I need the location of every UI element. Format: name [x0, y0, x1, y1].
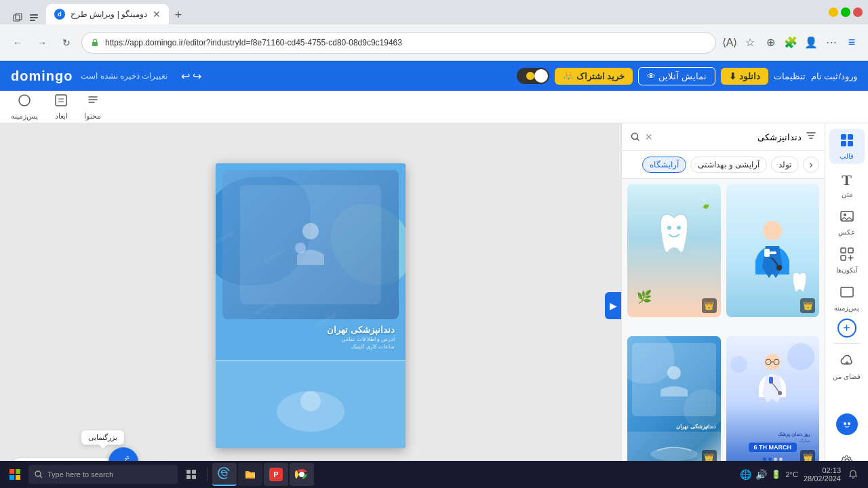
- sidebar-item-icons[interactable]: آیکون‌ها: [829, 243, 865, 278]
- svg-rect-47: [16, 475, 20, 480]
- tab-close-button[interactable]: ✕: [153, 9, 161, 20]
- new-window-icon[interactable]: [11, 11, 24, 24]
- add-element-button[interactable]: +: [837, 319, 856, 338]
- undo-button[interactable]: ↩: [181, 70, 190, 83]
- toolbar-background[interactable]: پس‌زمینه: [11, 94, 38, 121]
- subscribe-button[interactable]: خرید اشتراک 👑: [555, 68, 633, 85]
- sidebar-divider: [833, 343, 861, 344]
- taskbar-edge-icon[interactable]: [212, 463, 237, 486]
- taskbar-datetime: 02:13 28/02/2024: [804, 466, 841, 483]
- svg-rect-2: [30, 14, 38, 16]
- template-card-4[interactable]: روز دندان پزشک مبارک 6 TH MARCH: [726, 336, 820, 469]
- svg-rect-0: [14, 15, 20, 21]
- search-clear-button[interactable]: ✕: [645, 131, 653, 142]
- minimize-tabs-icon[interactable]: [27, 11, 41, 24]
- svg-rect-1: [16, 14, 22, 20]
- svg-rect-38: [848, 248, 853, 253]
- category-tab-salon[interactable]: آرایشگاه: [642, 157, 686, 173]
- category-tab-beauty[interactable]: آرایشی و بهداشتی: [690, 157, 767, 173]
- svg-rect-34: [848, 141, 853, 146]
- template-icon: [840, 133, 854, 151]
- ai-icon: [836, 413, 858, 435]
- browser-extension-icon[interactable]: 🧩: [783, 35, 799, 51]
- toggle-knob: [534, 69, 548, 83]
- preview-button[interactable]: نمایش آنلاین 👁: [638, 67, 715, 85]
- download-button[interactable]: دانلود ⬇: [721, 68, 768, 85]
- content-icon: [86, 94, 100, 110]
- network-icon[interactable]: 🌐: [740, 469, 751, 480]
- forward-button[interactable]: →: [33, 33, 52, 52]
- taskbar-app-3[interactable]: P: [264, 463, 288, 486]
- poster-photo-top: [222, 170, 399, 319]
- taskbar-search[interactable]: Type here to search: [28, 465, 178, 484]
- download-label: دانلود: [739, 71, 760, 81]
- svg-point-11: [300, 391, 321, 411]
- subscribe-label: خرید اشتراک: [576, 71, 625, 81]
- sidebar-item-ai[interactable]: [829, 407, 865, 442]
- edge-sidebar-icon[interactable]: ≡: [844, 35, 860, 51]
- filter-icon[interactable]: [806, 130, 816, 144]
- speaker-icon[interactable]: 🔊: [755, 469, 767, 480]
- taskbar-app-chrome[interactable]: [290, 463, 314, 486]
- window-minimize-button[interactable]: [829, 7, 838, 17]
- panel-toggle-arrow[interactable]: ▶: [605, 292, 621, 319]
- tab-favicon: d: [54, 9, 65, 20]
- address-bar[interactable]: https://app.domingo.ir/editor?industryId…: [81, 32, 716, 54]
- back-button[interactable]: ←: [8, 33, 27, 52]
- svg-point-23: [776, 265, 782, 270]
- star-icon[interactable]: ☆: [742, 35, 758, 51]
- svg-rect-3: [30, 17, 38, 18]
- svg-rect-51: [186, 475, 191, 479]
- window-close-button[interactable]: [853, 7, 863, 17]
- battery-icon[interactable]: 🔋: [771, 470, 781, 479]
- svg-rect-49: [186, 470, 191, 474]
- taskbar-search-icon: [34, 470, 43, 479]
- category-tab-birth[interactable]: تولد: [771, 157, 799, 173]
- template-card-1[interactable]: 🌿 🍃 👑: [627, 184, 721, 317]
- dark-mode-toggle[interactable]: [517, 68, 549, 84]
- settings-button[interactable]: تنظیمات: [774, 71, 806, 81]
- start-button[interactable]: [3, 462, 27, 487]
- taskbar-file-explorer[interactable]: [238, 463, 262, 486]
- profile-icon[interactable]: 👤: [803, 35, 819, 51]
- template-card-2[interactable]: 👑: [726, 184, 820, 317]
- task-view-button[interactable]: [179, 462, 203, 487]
- reading-mode-icon[interactable]: ⟨A⟩: [722, 35, 738, 51]
- browser-nav-bar: ← → ↻ https://app.domingo.ir/editor?indu…: [0, 24, 868, 61]
- svg-point-41: [842, 420, 852, 429]
- poster-address: ساعات کاری کلینیک: [226, 344, 395, 350]
- download-icon: ⬇: [729, 71, 736, 81]
- panel-search-bar: ✕: [622, 123, 825, 151]
- notification-button[interactable]: [846, 468, 860, 481]
- new-tab-button[interactable]: +: [169, 5, 188, 24]
- sidebar-item-space[interactable]: فضای من: [829, 349, 865, 384]
- browser-tab-active[interactable]: d دومینگو | ویرایش طرح ✕: [46, 4, 169, 24]
- category-prev-arrow[interactable]: ‹: [803, 157, 819, 173]
- sidebar-item-text[interactable]: T متن: [829, 167, 865, 202]
- window-controls: [829, 7, 863, 17]
- fab-tooltip: بزرگنمایی: [81, 430, 124, 445]
- toolbar-dimensions[interactable]: ابعاد: [54, 94, 68, 121]
- svg-rect-40: [841, 287, 853, 297]
- header-right: ورود/ثبت نام تنظیمات دانلود ⬇ نمایش آنلا…: [517, 67, 857, 85]
- content-label: محتوا: [84, 112, 101, 121]
- collections-icon[interactable]: ⊕: [762, 35, 778, 51]
- more-options-icon[interactable]: ⋯: [823, 35, 840, 51]
- canvas-wrapper[interactable]: دندانپزشکی تهران آدرس و اطلاعات تماس ساع…: [216, 163, 406, 448]
- toolbar-content[interactable]: محتوا: [84, 94, 101, 121]
- dimensions-label: ابعاد: [55, 112, 68, 121]
- template-card-3[interactable]: دندانپزشکی تهران 👑: [627, 336, 721, 469]
- sidebar-item-background[interactable]: پس‌زمینه: [829, 281, 865, 316]
- svg-rect-4: [30, 20, 35, 21]
- login-button[interactable]: ورود/ثبت نام: [811, 71, 857, 81]
- template-search-input[interactable]: [657, 132, 802, 142]
- sidebar-item-photo[interactable]: عکس: [829, 205, 865, 240]
- poster-subtitle: آدرس و اطلاعات تماس: [226, 336, 395, 342]
- refresh-button[interactable]: ↻: [57, 33, 76, 52]
- window-maximize-button[interactable]: [841, 7, 850, 17]
- taskbar-search-text: Type here to search: [47, 470, 113, 479]
- text-icon: T: [842, 171, 852, 189]
- sidebar-item-template[interactable]: قالب: [829, 129, 865, 164]
- svg-rect-50: [192, 470, 196, 474]
- redo-button[interactable]: ↪: [193, 70, 201, 83]
